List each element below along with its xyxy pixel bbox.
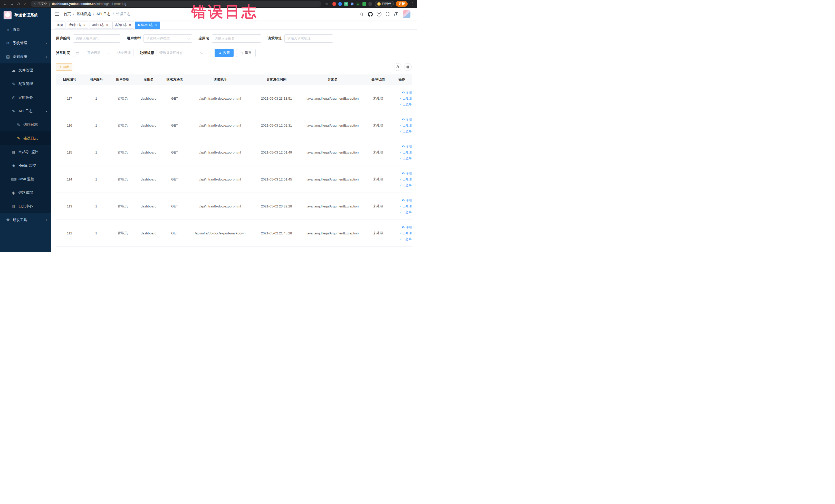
export-button[interactable]: 导出 — [56, 63, 73, 70]
ignored-link[interactable]: ✓已忽略 — [392, 236, 412, 242]
search-button[interactable]: 搜索 — [215, 49, 233, 57]
address-bar[interactable]: ⚠ 不安全 | dashboard.yudao.iocoder.cn/infra… — [31, 1, 321, 7]
processed-link[interactable]: ✓已处理 — [392, 230, 412, 236]
back-icon[interactable]: ← — [2, 1, 8, 7]
detail-link[interactable]: 详细 — [392, 198, 412, 203]
ignored-link[interactable]: ✓已忽略 — [392, 128, 412, 134]
eye-icon — [402, 226, 405, 229]
tab-error-log[interactable]: 错误日志× — [135, 22, 160, 29]
detail-link-label: 详细 — [406, 224, 412, 230]
process-status-select[interactable]: 请选择处理状态 — [157, 49, 205, 57]
close-icon[interactable]: × — [83, 23, 86, 27]
user-type-select[interactable]: 请选择用户类型 — [143, 35, 192, 43]
font-size-icon[interactable]: TT — [394, 12, 398, 16]
chevron-down-icon — [187, 37, 190, 40]
sidebar-item-system-management[interactable]: ⚙系统管理▾ — [0, 36, 51, 50]
forward-icon[interactable]: → — [9, 1, 15, 7]
detail-link[interactable]: 详细 — [392, 170, 412, 176]
bookmark-star-icon[interactable]: ☆ — [324, 1, 330, 7]
user-id-input[interactable]: 请输入用户编号 — [73, 35, 120, 43]
devtools-icon: ⚒ — [5, 218, 11, 222]
user-avatar[interactable]: ▾ — [403, 10, 413, 18]
breadcrumb-item[interactable]: 首页 — [64, 12, 71, 16]
processed-link[interactable]: ✓已处理 — [392, 203, 412, 209]
extension-icon[interactable] — [363, 2, 366, 6]
more-menu-icon[interactable]: ⋮ — [409, 1, 415, 7]
tab-schedule-log[interactable]: 调度日志× — [89, 22, 111, 29]
close-icon[interactable]: × — [105, 23, 109, 27]
extension-icon[interactable] — [332, 2, 336, 6]
processed-link[interactable]: ✓已处理 — [392, 122, 412, 128]
hamburger-menu-icon[interactable] — [55, 12, 59, 16]
sidebar-item-error-log[interactable]: ✎错误日志 — [0, 132, 51, 145]
close-icon[interactable]: × — [155, 23, 158, 27]
sidebar-item-log-center[interactable]: ▥日志中心 — [0, 200, 51, 213]
avatar-image — [403, 10, 410, 18]
sidebar-item-home[interactable]: ⌂首页 — [0, 23, 51, 36]
app-logo[interactable]: 芋道管理系统 — [0, 8, 51, 23]
github-icon[interactable] — [368, 12, 373, 17]
sidebar-item-api-log[interactable]: ✎API 日志▴ — [0, 104, 51, 118]
detail-link[interactable]: 详细 — [392, 117, 412, 122]
input-placeholder: 请输入应用名 — [215, 36, 235, 41]
search-icon[interactable] — [359, 12, 364, 16]
vue-devtools-icon[interactable]: V — [344, 2, 348, 6]
column-settings-button[interactable] — [404, 63, 412, 71]
check-icon: ✓ — [400, 149, 402, 155]
sidebar-item-infrastructure[interactable]: ▤基础设施▴ — [0, 50, 51, 63]
fullscreen-icon[interactable] — [386, 12, 390, 16]
detail-link[interactable]: 详细 — [392, 89, 412, 96]
ignored-link[interactable]: ✓已忽略 — [392, 101, 412, 107]
sidebar-item-scheduled-tasks[interactable]: ◷定时任务 — [0, 90, 51, 104]
sidebar-item-file-management[interactable]: ☁文件管理 — [0, 63, 51, 77]
sidebar-item-redis-monitor[interactable]: ◈Redis 监控 — [0, 159, 51, 172]
sidebar-item-access-log[interactable]: ✎访问日志 — [0, 118, 51, 132]
tab-scheduled-tasks[interactable]: 定时任务× — [67, 22, 88, 29]
exception-time-label: 异常时间 — [56, 51, 70, 55]
sidebar-item-link-trace[interactable]: ◉链路追踪 — [0, 186, 51, 200]
ignored-link[interactable]: ✓已忽略 — [392, 155, 412, 161]
browser-update-button[interactable]: 更新 — [396, 1, 408, 7]
extension-icon[interactable] — [350, 2, 354, 6]
processed-link[interactable]: ✓已处理 — [392, 96, 412, 101]
paused-extension-button[interactable]: 已暂停 — [375, 1, 394, 7]
detail-link[interactable]: 详细 — [392, 143, 412, 149]
help-icon[interactable]: ? — [377, 12, 382, 16]
detail-link[interactable]: 详细 — [392, 224, 412, 230]
filter-form-row-2: 异常时间 开始日期 - 结束日期 处理状态 请选择处理状态 — [56, 49, 412, 57]
sidebar-item-config-management[interactable]: ✎配置管理 — [0, 77, 51, 90]
reload-icon[interactable] — [15, 1, 22, 7]
close-icon[interactable]: × — [128, 23, 132, 27]
breadcrumb: 首页/基础设施/API 日志/错误日志 — [64, 12, 130, 16]
main-area: 首页/基础设施/API 日志/错误日志 ? TT ▾ 首页定时任务× — [51, 8, 418, 252]
ignored-link[interactable]: ✓已忽略 — [392, 182, 412, 188]
tab-access-log[interactable]: 访问日志× — [113, 22, 134, 29]
breadcrumb-item[interactable]: 基础设施 — [77, 12, 91, 16]
trace-icon: ◉ — [11, 190, 16, 195]
table-row: 1171管理员dashboardGET/api/infra/db-doc/exp… — [56, 85, 412, 112]
reset-button[interactable]: 重置 — [236, 49, 256, 57]
extension-icon[interactable] — [338, 2, 342, 6]
chevron-down-icon: ▾ — [46, 219, 47, 221]
breadcrumb-item[interactable]: API 日志 — [97, 12, 110, 16]
refresh-button[interactable] — [394, 63, 402, 71]
processed-link[interactable]: ✓已处理 — [392, 176, 412, 182]
active-dot-icon — [138, 24, 140, 26]
sidebar-item-mysql-monitor[interactable]: ▦MySQL 监控 — [0, 145, 51, 159]
request-url-input[interactable]: 请输入请求地址 — [284, 35, 333, 43]
app-name-input[interactable]: 请输入应用名 — [212, 35, 261, 43]
cell-method: GET — [161, 85, 188, 112]
select-placeholder: 请选择处理状态 — [159, 51, 183, 55]
tab-home[interactable]: 首页 — [55, 22, 65, 29]
column-header: 日志编号 — [56, 75, 83, 85]
processed-link[interactable]: ✓已处理 — [392, 149, 412, 155]
ignored-link[interactable]: ✓已忽略 — [392, 209, 412, 215]
detail-link-label: 详细 — [406, 143, 412, 149]
sidebar-item-dev-tools[interactable]: ⚒研发工具▾ — [0, 213, 51, 227]
breadcrumb-item[interactable]: 错误日志 — [116, 12, 130, 16]
sidebar-item-java-monitor[interactable]: ⌨Java 监控 — [0, 172, 51, 186]
extension-icon[interactable]: on — [356, 2, 360, 6]
browser-home-icon[interactable]: ⌂ — [22, 1, 28, 7]
exception-time-range-picker[interactable]: 开始日期 - 结束日期 — [73, 49, 134, 57]
extension-icon[interactable] — [368, 2, 372, 6]
